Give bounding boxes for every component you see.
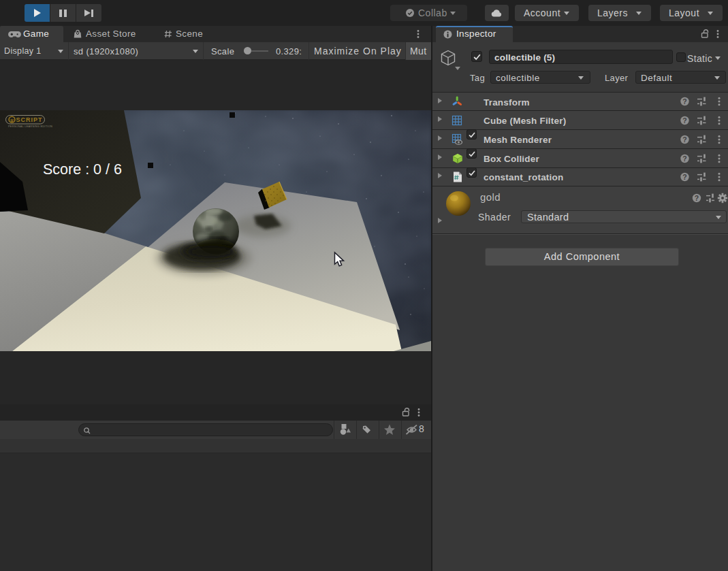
svg-text:?: ?: [682, 97, 686, 105]
svg-text:?: ?: [682, 173, 686, 181]
svg-text:?: ?: [682, 116, 686, 124]
svg-text:?: ?: [682, 154, 686, 162]
svg-text:u: u: [10, 117, 14, 123]
svg-text:?: ?: [695, 194, 699, 202]
svg-text:?: ?: [682, 135, 686, 143]
svg-text:PERSONAL LEARNING EDITION: PERSONAL LEARNING EDITION: [8, 125, 52, 128]
svg-text:Score : 0 / 6: Score : 0 / 6: [43, 161, 122, 178]
svg-text:SCRIPT: SCRIPT: [16, 116, 43, 123]
